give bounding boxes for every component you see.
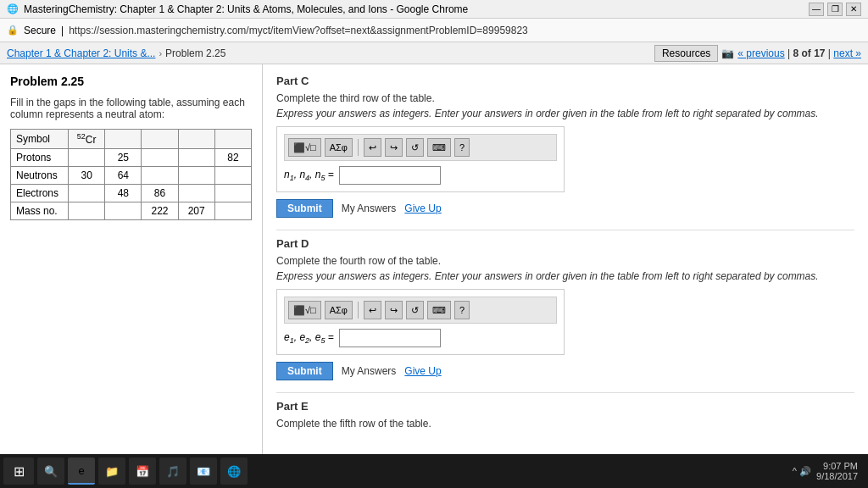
part-e-instruction: Complete the fifth row of the table. (276, 418, 854, 430)
left-panel: Problem 2.25 Fill in the gaps in the fol… (0, 64, 263, 464)
taskbar: ⊞ 🔍 e 📁 📅 🎵 📧 🌐 ^ 🔊 9:07 PM 9/18/2017 (0, 454, 868, 488)
toolbar-d-symbol-btn[interactable]: ΑΣφ (325, 301, 353, 319)
toolbar-d-keyboard-btn[interactable]: ⌨ (427, 301, 451, 319)
taskbar-browser2[interactable]: 🌐 (220, 458, 248, 485)
part-c-express: Express your answers as integers. Enter … (276, 108, 854, 119)
part-c-instruction: Complete the third row of the table. (276, 92, 854, 104)
taskbar-winamp[interactable]: 🎵 (159, 458, 186, 485)
toolbar-symbol-btn[interactable]: ΑΣφ (325, 138, 353, 157)
part-c-submit-row: Submit My Answers Give Up (276, 199, 854, 218)
current-page: 8 of 17 (793, 47, 825, 59)
title-bar: 🌐 MasteringChemistry: Chapter 1 & Chapte… (0, 0, 868, 19)
clock-date: 9/18/2017 (816, 471, 858, 481)
part-c-divider (276, 230, 854, 230)
part-c-title: Part C (276, 75, 854, 87)
table-header-col3 (105, 130, 142, 149)
row-label-protons: Protons (11, 149, 69, 167)
cell-electrons-4 (178, 185, 214, 202)
table-row: Mass no. 222 207 (11, 202, 252, 220)
part-c-toolbar: ⬛√□ ΑΣφ ↩ ↪ ↺ ⌨ ? (284, 134, 557, 161)
problem-title: Problem 2.25 (10, 75, 252, 88)
taskbar-explorer[interactable]: 📁 (98, 458, 125, 485)
window-controls[interactable]: — ❐ ✕ (809, 3, 861, 16)
toolbar-help-btn[interactable]: ? (454, 138, 470, 157)
cell-protons-1 (69, 149, 105, 167)
toolbar-d-redo-btn[interactable]: ↪ (385, 301, 403, 319)
lock-icon: 🔒 (7, 25, 19, 36)
cell-mass-4: 207 (178, 202, 214, 220)
part-c-answer-box: ⬛√□ ΑΣφ ↩ ↪ ↺ ⌨ ? n1, n4, n5 = (276, 126, 565, 192)
toolbar-math-btn[interactable]: ⬛√□ (288, 138, 321, 157)
taskbar-sys-tray: ^ 🔊 9:07 PM 9/18/2017 (793, 461, 865, 481)
main-area: Problem 2.25 Fill in the gaps in the fol… (0, 64, 868, 464)
nav-right: Resources 📷 « previous | 8 of 17 | next … (654, 45, 861, 62)
part-d-divider (276, 392, 854, 393)
part-d-section: Part D Complete the fourth row of the ta… (276, 237, 854, 380)
cell-mass-1 (69, 202, 105, 220)
toolbar-d-undo-btn[interactable]: ↩ (364, 301, 381, 319)
toolbar-undo-btn[interactable]: ↩ (364, 138, 381, 157)
breadcrumb-link[interactable]: Chapter 1 & Chapter 2: Units &... (7, 47, 155, 59)
part-c-answer-row: n1, n4, n5 = (284, 166, 557, 185)
cell-mass-3: 222 (142, 202, 178, 220)
next-link[interactable]: next » (833, 47, 861, 59)
part-e-section: Part E Complete the fifth row of the tab… (276, 400, 854, 430)
toolbar-refresh-btn[interactable]: ↺ (406, 138, 424, 157)
part-d-title: Part D (276, 237, 854, 250)
cell-neutrons-4 (178, 167, 214, 185)
table-header-col4 (142, 130, 178, 149)
cell-protons-4 (178, 149, 214, 167)
part-d-my-answers: My Answers (342, 365, 397, 377)
close-button[interactable]: ✕ (846, 3, 861, 16)
nav-bar: Chapter 1 & Chapter 2: Units &... › Prob… (0, 42, 868, 64)
table-header-col6 (214, 130, 251, 149)
part-d-submit-button[interactable]: Submit (276, 362, 333, 380)
restore-button[interactable]: ❐ (827, 3, 843, 16)
cell-neutrons-3 (142, 167, 178, 185)
taskbar-cortana[interactable]: 🔍 (37, 458, 64, 485)
taskbar-calendar[interactable]: 📅 (129, 458, 156, 485)
toolbar-separator (358, 139, 359, 156)
part-d-answer-input[interactable] (339, 329, 441, 347)
part-e-title: Part E (276, 400, 854, 413)
secure-label: Secure (24, 25, 56, 36)
cell-electrons-2: 48 (105, 185, 142, 202)
part-c-give-up[interactable]: Give Up (404, 202, 441, 214)
start-button[interactable]: ⊞ (3, 458, 34, 485)
cell-neutrons-2: 64 (105, 167, 142, 185)
part-c-submit-button[interactable]: Submit (276, 199, 333, 218)
toolbar-keyboard-btn[interactable]: ⌨ (427, 138, 451, 157)
nav-left: Chapter 1 & Chapter 2: Units &... › Prob… (7, 47, 225, 59)
clock-time: 9:07 PM (816, 461, 858, 471)
table-header-symbol: Symbol (11, 130, 69, 149)
resources-button[interactable]: Resources (654, 45, 718, 62)
problem-description: Fill in the gaps in the following table,… (10, 97, 252, 120)
browser-icon: 🌐 (7, 3, 19, 14)
toolbar-d-help-btn[interactable]: ? (454, 301, 470, 319)
part-d-answer-box: ⬛√□ ΑΣφ ↩ ↪ ↺ ⌨ ? e1, e2, e5 = (276, 289, 565, 355)
taskbar-outlook[interactable]: 📧 (190, 458, 217, 485)
toolbar-d-refresh-btn[interactable]: ↺ (406, 301, 424, 319)
cell-neutrons-1: 30 (69, 167, 105, 185)
url-text[interactable]: https://session.masteringchemistry.com/m… (69, 25, 528, 36)
part-d-submit-row: Submit My Answers Give Up (276, 362, 854, 380)
toolbar-d-separator (358, 302, 359, 319)
part-c-answer-label: n1, n4, n5 = (284, 169, 334, 182)
previous-link[interactable]: « previous (737, 47, 784, 59)
row-label-electrons: Electrons (11, 185, 69, 202)
cell-neutrons-5 (214, 167, 251, 185)
toolbar-redo-btn[interactable]: ↪ (385, 138, 403, 157)
part-c-answer-input[interactable] (339, 166, 441, 185)
camera-icon: 📷 (721, 47, 734, 59)
part-d-answer-row: e1, e2, e5 = (284, 329, 557, 347)
taskbar-edge[interactable]: e (68, 458, 95, 485)
cell-protons-5: 82 (214, 149, 251, 167)
address-separator: | (61, 25, 64, 36)
row-label-neutrons: Neutrons (11, 167, 69, 185)
window-title: MasteringChemistry: Chapter 1 & Chapter … (24, 3, 809, 15)
part-c-section: Part C Complete the third row of the tab… (276, 75, 854, 218)
part-d-give-up[interactable]: Give Up (404, 365, 441, 377)
table-row: Protons 25 82 (11, 149, 252, 167)
minimize-button[interactable]: — (809, 3, 824, 16)
toolbar-d-math-btn[interactable]: ⬛√□ (288, 301, 321, 319)
